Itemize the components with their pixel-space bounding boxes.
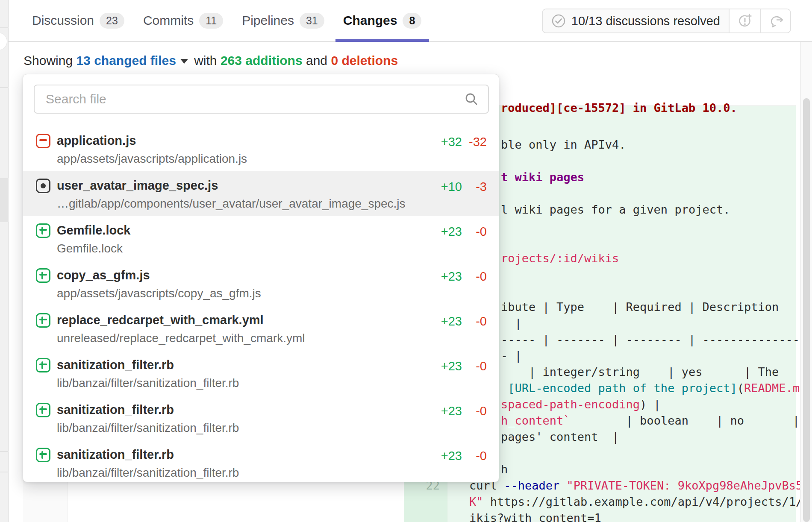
- tab-count-badge: 23: [100, 13, 124, 29]
- diff-code-line: h_content` | boolean | no | In: [501, 413, 812, 429]
- comment-next-icon: [767, 13, 784, 29]
- tab-discussion[interactable]: Discussion 23: [32, 0, 124, 41]
- file-path: lib/banzai/filter/sanitization_filter.rb: [57, 420, 424, 436]
- changed-files-summary: Showing 13 changed files with 263 additi…: [24, 52, 398, 69]
- tab-count-badge: 8: [403, 13, 421, 29]
- diff-code-line: ibute | Type | Required | Description: [501, 299, 779, 315]
- diff-code-line: ikis?with_content=1: [469, 510, 601, 522]
- file-path: lib/banzai/filter/sanitization_filter.rb: [57, 375, 424, 391]
- additions-count: +23: [424, 312, 462, 331]
- file-name: Gemfile.lock: [57, 222, 424, 238]
- diff-code-line: ----- | ------- | -------- | -----------…: [501, 331, 806, 348]
- merge-request-tab-bar: Discussion 23 Commits 11 Pipelines 31 Ch…: [9, 0, 812, 42]
- additions-count: +23: [424, 446, 462, 465]
- file-list-item[interactable]: application.js app/assets/javascripts/ap…: [23, 126, 499, 171]
- file-path: …gitlab/app/components/user_avatar/user_…: [57, 196, 424, 211]
- file-path: Gemfile.lock: [57, 241, 424, 256]
- diff-code-line: l wiki pages for a given project.: [501, 202, 730, 218]
- discussions-resolved-status: 10/13 discussions resolved: [543, 9, 730, 32]
- summary-and-text: and: [306, 53, 327, 67]
- tab-label: Discussion: [32, 13, 94, 28]
- resolve-with-issue-button[interactable]: [730, 9, 760, 32]
- file-list-item[interactable]: sanitization_filter.rb lib/banzai/filter…: [23, 440, 499, 485]
- diff-code-line: curl --header "PRIVATE-TOKEN: 9koXpg98eA…: [469, 478, 810, 494]
- scrollbar-thumb[interactable]: [803, 98, 810, 522]
- file-status-icon: [36, 358, 50, 372]
- file-list-item[interactable]: sanitization_filter.rb lib/banzai/filter…: [23, 351, 499, 396]
- file-list-item[interactable]: sanitization_filter.rb lib/banzai/filter…: [23, 396, 499, 440]
- diff-code-line: ble only in APIv4.: [501, 137, 626, 153]
- file-name: sanitization_filter.rb: [57, 446, 424, 463]
- diff-code-line: roduced][ce-15572] in GitLab 10.0.: [501, 100, 737, 116]
- deletions-count: -0: [462, 357, 487, 375]
- file-name: copy_as_gfm.js: [57, 267, 424, 283]
- scrollbar-track[interactable]: [800, 0, 812, 522]
- search-file-input[interactable]: [34, 85, 489, 114]
- additions-count: +23: [424, 267, 462, 286]
- jump-to-next-discussion-button[interactable]: [760, 9, 790, 32]
- file-list-item[interactable]: user_avatar_image_spec.js …gitlab/app/co…: [23, 171, 499, 216]
- tab-changes[interactable]: Changes 8: [343, 0, 422, 41]
- left-edge-panel: [0, 0, 9, 522]
- search-icon: [464, 92, 479, 106]
- diff-code-line: pages' content |: [501, 429, 619, 445]
- file-name: application.js: [57, 132, 424, 149]
- diff-code-line: |: [501, 315, 522, 331]
- diff-code-line: | integer/string | yes | The: [501, 364, 779, 380]
- file-status-icon: [36, 223, 50, 238]
- tab-commits[interactable]: Commits 11: [143, 0, 223, 41]
- strip-avatar-notch: [0, 33, 7, 50]
- file-switcher-dropdown: application.js app/assets/javascripts/ap…: [23, 74, 499, 482]
- summary-showing-text: Showing: [24, 53, 73, 67]
- strip-divider: [0, 27, 9, 28]
- diff-code-line: h: [501, 461, 508, 478]
- diff-code-line: K" https://gitlab.example.com/api/v4/pro…: [469, 494, 810, 510]
- tabs: Discussion 23 Commits 11 Pipelines 31 Ch…: [32, 0, 421, 41]
- discussions-resolved-group: 10/13 discussions resolved: [542, 9, 791, 33]
- tab-count-badge: 31: [300, 13, 324, 29]
- file-name: user_avatar_image_spec.js: [57, 177, 424, 194]
- file-status-icon: [36, 179, 50, 193]
- deletions-count: -0: [462, 446, 487, 465]
- strip-divider: [0, 451, 9, 452]
- diff-code-line: [URL-encoded path of the project](README…: [501, 380, 800, 396]
- file-status-icon: [36, 268, 50, 283]
- file-path: unreleased/replace_redcarpet_with_cmark.…: [57, 331, 424, 346]
- diff-code-line: - |: [501, 348, 522, 364]
- tab-label: Changes: [343, 13, 397, 28]
- tab-count-badge: 11: [199, 13, 223, 29]
- file-list-item[interactable]: Gemfile.lock Gemfile.lock +23 -0: [23, 216, 499, 261]
- check-circle-icon: [551, 14, 566, 28]
- file-name: sanitization_filter.rb: [57, 357, 424, 373]
- chevron-down-icon[interactable]: [180, 59, 188, 64]
- deletions-total: 0 deletions: [331, 53, 398, 67]
- deletions-count: -0: [462, 402, 487, 420]
- additions-count: +23: [424, 222, 462, 241]
- deletions-count: -0: [462, 267, 487, 286]
- file-name: replace_redcarpet_with_cmark.yml: [57, 312, 424, 328]
- tab-label: Commits: [143, 13, 194, 28]
- tab-label: Pipelines: [242, 13, 294, 28]
- strip-divider: [0, 87, 9, 88]
- additions-count: +23: [424, 357, 462, 375]
- strip-divider: [0, 472, 9, 472]
- changed-files-dropdown-link[interactable]: 13 changed files: [76, 53, 176, 67]
- deletions-count: -32: [462, 132, 487, 151]
- diff-code-line: rojects/:id/wikis: [501, 250, 619, 267]
- strip-selected-block: [0, 178, 9, 222]
- file-list-item[interactable]: copy_as_gfm.js app/assets/javascripts/co…: [23, 261, 499, 306]
- changed-file-list: application.js app/assets/javascripts/ap…: [23, 126, 499, 485]
- summary-with-text: with: [194, 53, 217, 67]
- diff-code-line: t wiki pages: [501, 169, 584, 185]
- diff-code-line: spaced-path-encoding) |: [501, 396, 661, 413]
- deletions-count: -3: [462, 177, 487, 196]
- discussions-resolved-label: 10/13 discussions resolved: [571, 14, 720, 28]
- tab-pipelines[interactable]: Pipelines 31: [242, 0, 324, 41]
- file-status-icon: [36, 403, 50, 417]
- additions-total: 263 additions: [221, 53, 303, 67]
- additions-count: +10: [424, 177, 462, 196]
- file-status-icon: [36, 448, 50, 462]
- deletions-count: -0: [462, 222, 487, 241]
- file-status-icon: [36, 313, 50, 328]
- file-list-item[interactable]: replace_redcarpet_with_cmark.yml unrelea…: [23, 306, 499, 351]
